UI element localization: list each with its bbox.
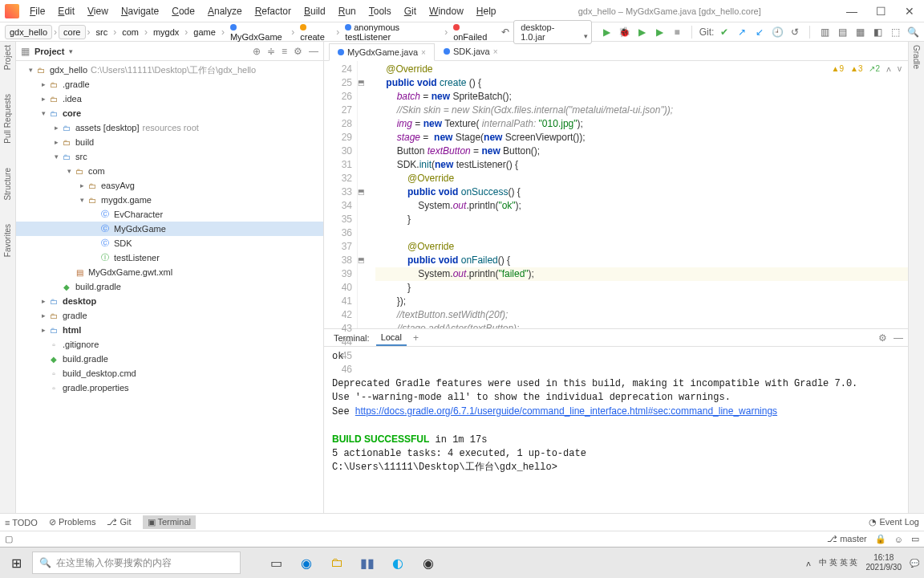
- crumb-mygdx[interactable]: mygdx: [149, 26, 183, 39]
- tree-item-src[interactable]: ▾🗀src: [16, 149, 323, 164]
- locate-icon[interactable]: ⊕: [253, 46, 261, 57]
- code-editor[interactable]: ▲9 ▲3 ↗2 ʌv 2425262728293031323334353637…: [324, 61, 908, 328]
- tab-close-icon[interactable]: ×: [421, 48, 426, 57]
- pull-requests-tool-button[interactable]: Pull Requests: [3, 94, 12, 144]
- menu-build[interactable]: Build: [298, 2, 331, 20]
- minimize-button[interactable]: —: [837, 0, 866, 22]
- event-log-button[interactable]: ◔ Event Log: [869, 517, 919, 527]
- taskbar-app-5[interactable]: ◐: [383, 551, 412, 575]
- tree-item-MyGdxGame.gwt.xml[interactable]: ▤MyGdxGame.gwt.xml: [16, 265, 323, 279]
- menu-view[interactable]: View: [82, 2, 114, 20]
- crumb-MyGdxGame[interactable]: MyGdxGame: [226, 21, 290, 43]
- tree-item-.idea[interactable]: ▸🗀.idea: [16, 92, 323, 106]
- menu-help[interactable]: Help: [471, 2, 502, 20]
- tree-item-build.gradle[interactable]: ◆build.gradle: [16, 352, 323, 366]
- terminal-body[interactable]: ok Deprecated Gradle features were used …: [324, 347, 908, 513]
- taskbar-app-explorer[interactable]: 🗀: [322, 551, 351, 575]
- project-tool-button[interactable]: Project: [3, 45, 12, 70]
- profile-button[interactable]: ▶: [653, 26, 666, 39]
- taskbar-app-4[interactable]: ▮▮: [353, 551, 382, 575]
- tree-item-com[interactable]: ▾🗀com: [16, 164, 323, 178]
- tree-item-build.gradle[interactable]: ◆build.gradle: [16, 279, 323, 294]
- crumb-src[interactable]: src: [92, 26, 112, 39]
- menu-tools[interactable]: Tools: [363, 2, 397, 20]
- todo-tool-button[interactable]: ≡ TODO: [5, 518, 38, 527]
- favorites-tool-button[interactable]: Favorites: [3, 224, 12, 257]
- git-push-icon[interactable]: ↗: [736, 26, 748, 39]
- toolbar-icon-5[interactable]: ⬚: [889, 26, 902, 39]
- tree-item-core[interactable]: ▾🗀core: [16, 106, 323, 120]
- tree-item-build[interactable]: ▸🗀build: [16, 135, 323, 149]
- collapse-icon[interactable]: ≡: [282, 46, 287, 57]
- inspection-widget[interactable]: ▲9 ▲3 ↗2 ʌv: [832, 64, 902, 73]
- terminal-new-tab[interactable]: +: [413, 332, 419, 344]
- tab-close-icon[interactable]: ×: [493, 47, 498, 56]
- project-tree[interactable]: ▾🗀gdx_helloC:\Users\11111\Desktop\工作台\gd…: [16, 61, 323, 513]
- tree-item-mygdx.game[interactable]: ▾🗀mygdx.game: [16, 193, 323, 207]
- toolbar-icon-3[interactable]: ▦: [853, 26, 866, 39]
- taskbar-search[interactable]: 🔍 在这里输入你要搜索的内容: [32, 552, 241, 574]
- run-config-select[interactable]: desktop-1.0.jar: [513, 20, 592, 44]
- terminal-hide-icon[interactable]: —: [894, 332, 903, 344]
- tree-item-MyGdxGame[interactable]: ⒸMyGdxGame: [16, 222, 323, 236]
- terminal-tab-local[interactable]: Local: [376, 330, 407, 346]
- editor-tab-SDK.java[interactable]: SDK.java ×: [435, 43, 507, 60]
- close-button[interactable]: ✕: [895, 0, 924, 22]
- crumb-onFailed[interactable]: onFailed: [449, 21, 496, 43]
- crumb-gdx_hello[interactable]: gdx_hello: [5, 25, 52, 39]
- hide-icon[interactable]: —: [309, 46, 318, 57]
- menu-analyze[interactable]: Analyze: [202, 2, 248, 20]
- git-branch[interactable]: ⎇ master: [827, 534, 867, 544]
- tree-item-easyAvg[interactable]: ▸🗀easyAvg: [16, 178, 323, 193]
- tree-item-build_desktop.cmd[interactable]: ▫build_desktop.cmd: [16, 366, 323, 381]
- tree-item-desktop[interactable]: ▸🗀desktop: [16, 294, 323, 308]
- git-pull-icon[interactable]: ↙: [753, 26, 766, 39]
- expand-icon[interactable]: ≑: [267, 46, 275, 57]
- tree-item-gradle.properties[interactable]: ▫gradle.properties: [16, 381, 323, 395]
- gutter-icons[interactable]: ⬒⬒⬒: [358, 61, 367, 328]
- tree-item-gradle[interactable]: ▸🗀gradle: [16, 308, 323, 323]
- maximize-button[interactable]: ☐: [866, 0, 895, 22]
- line-gutter[interactable]: 2425262728293031323334353637383940414243…: [324, 61, 358, 328]
- coverage-button[interactable]: ▶: [635, 26, 648, 39]
- menu-file[interactable]: File: [24, 2, 51, 20]
- system-tray[interactable]: ʌ 中 英 英 英 16:18 2021/9/30 💬: [806, 553, 919, 572]
- run-button[interactable]: ▶: [600, 26, 613, 39]
- tree-item-testListener[interactable]: ⒾtestListener: [16, 250, 323, 265]
- tree-item-assets [desktop][interactable]: ▸🗀assets [desktop]resources root: [16, 120, 323, 135]
- structure-tool-button[interactable]: Structure: [3, 168, 12, 201]
- crumb-com[interactable]: com: [118, 26, 143, 39]
- tray-notifications-icon[interactable]: 💬: [910, 559, 919, 568]
- menu-run[interactable]: Run: [333, 2, 362, 20]
- taskbar-app-taskview[interactable]: ▭: [261, 551, 290, 575]
- problems-tool-button[interactable]: ⊘ Problems: [49, 517, 96, 527]
- tree-item-SDK[interactable]: ⒸSDK: [16, 236, 323, 250]
- tree-item-.gitignore[interactable]: ▫.gitignore: [16, 337, 323, 352]
- status-mem-icon[interactable]: ▭: [911, 534, 919, 544]
- settings-icon[interactable]: ⚙: [294, 46, 302, 57]
- git-revert-icon[interactable]: ↺: [788, 26, 801, 39]
- menu-refactor[interactable]: Refactor: [249, 2, 297, 20]
- tree-item-gdx_hello[interactable]: ▾🗀gdx_helloC:\Users\11111\Desktop\工作台\gd…: [16, 63, 323, 77]
- editor-tab-MyGdxGame.java[interactable]: MyGdxGame.java ×: [329, 43, 435, 61]
- search-icon[interactable]: 🔍: [906, 26, 919, 39]
- tree-item-html[interactable]: ▸🗀html: [16, 323, 323, 337]
- taskbar-app-edge[interactable]: ◉: [292, 551, 321, 575]
- toolbar-icon-1[interactable]: ▥: [818, 26, 831, 39]
- taskbar-app-obs[interactable]: ◉: [414, 551, 443, 575]
- back-icon[interactable]: ↶: [500, 26, 512, 39]
- crumb-create[interactable]: create: [296, 21, 334, 43]
- menu-window[interactable]: Window: [424, 2, 469, 20]
- menu-navigate[interactable]: Navigate: [116, 2, 164, 20]
- tree-item-.gradle[interactable]: ▸🗀.gradle: [16, 77, 323, 92]
- menu-code[interactable]: Code: [166, 2, 201, 20]
- start-button[interactable]: ⊞: [5, 552, 27, 574]
- status-face-icon[interactable]: ☺: [894, 535, 903, 544]
- menu-git[interactable]: Git: [399, 2, 422, 20]
- crumb-core[interactable]: core: [59, 25, 85, 39]
- crumb-anonymous testListener[interactable]: anonymous testListener: [341, 21, 443, 43]
- terminal-settings-icon[interactable]: ⚙: [878, 332, 887, 344]
- status-lock-icon[interactable]: 🔒: [875, 534, 886, 544]
- tree-item-EvCharacter[interactable]: ⒸEvCharacter: [16, 207, 323, 222]
- gradle-tool-button[interactable]: Gradle: [912, 45, 921, 69]
